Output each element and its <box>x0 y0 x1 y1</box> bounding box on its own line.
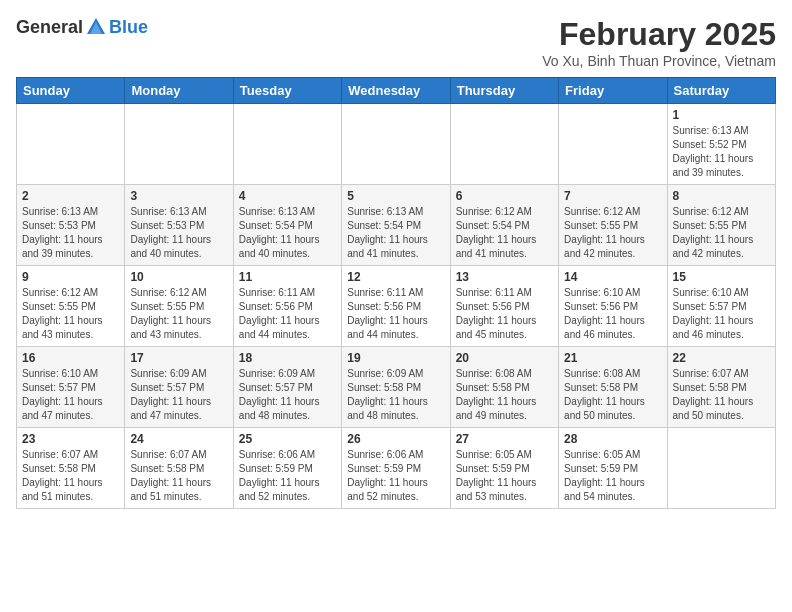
day-info: Sunrise: 6:12 AM Sunset: 5:55 PM Dayligh… <box>564 205 661 261</box>
day-info: Sunrise: 6:06 AM Sunset: 5:59 PM Dayligh… <box>239 448 336 504</box>
calendar-cell: 27Sunrise: 6:05 AM Sunset: 5:59 PM Dayli… <box>450 428 558 509</box>
column-header-saturday: Saturday <box>667 78 775 104</box>
day-info: Sunrise: 6:12 AM Sunset: 5:55 PM Dayligh… <box>130 286 227 342</box>
day-number: 26 <box>347 432 444 446</box>
day-info: Sunrise: 6:10 AM Sunset: 5:57 PM Dayligh… <box>22 367 119 423</box>
day-info: Sunrise: 6:13 AM Sunset: 5:53 PM Dayligh… <box>22 205 119 261</box>
day-info: Sunrise: 6:11 AM Sunset: 5:56 PM Dayligh… <box>456 286 553 342</box>
day-number: 20 <box>456 351 553 365</box>
calendar-week-row: 2Sunrise: 6:13 AM Sunset: 5:53 PM Daylig… <box>17 185 776 266</box>
day-number: 8 <box>673 189 770 203</box>
day-number: 5 <box>347 189 444 203</box>
calendar-cell: 3Sunrise: 6:13 AM Sunset: 5:53 PM Daylig… <box>125 185 233 266</box>
day-info: Sunrise: 6:13 AM Sunset: 5:52 PM Dayligh… <box>673 124 770 180</box>
calendar-cell: 21Sunrise: 6:08 AM Sunset: 5:58 PM Dayli… <box>559 347 667 428</box>
calendar-cell: 18Sunrise: 6:09 AM Sunset: 5:57 PM Dayli… <box>233 347 341 428</box>
day-number: 24 <box>130 432 227 446</box>
calendar-week-row: 9Sunrise: 6:12 AM Sunset: 5:55 PM Daylig… <box>17 266 776 347</box>
logo-icon <box>85 16 107 38</box>
day-number: 6 <box>456 189 553 203</box>
column-header-wednesday: Wednesday <box>342 78 450 104</box>
day-info: Sunrise: 6:11 AM Sunset: 5:56 PM Dayligh… <box>239 286 336 342</box>
calendar-cell: 25Sunrise: 6:06 AM Sunset: 5:59 PM Dayli… <box>233 428 341 509</box>
calendar-cell: 23Sunrise: 6:07 AM Sunset: 5:58 PM Dayli… <box>17 428 125 509</box>
calendar-cell: 12Sunrise: 6:11 AM Sunset: 5:56 PM Dayli… <box>342 266 450 347</box>
calendar-cell: 9Sunrise: 6:12 AM Sunset: 5:55 PM Daylig… <box>17 266 125 347</box>
day-info: Sunrise: 6:10 AM Sunset: 5:56 PM Dayligh… <box>564 286 661 342</box>
day-number: 28 <box>564 432 661 446</box>
day-info: Sunrise: 6:07 AM Sunset: 5:58 PM Dayligh… <box>130 448 227 504</box>
calendar-cell: 8Sunrise: 6:12 AM Sunset: 5:55 PM Daylig… <box>667 185 775 266</box>
calendar-cell <box>559 104 667 185</box>
day-number: 16 <box>22 351 119 365</box>
day-number: 9 <box>22 270 119 284</box>
calendar-week-row: 16Sunrise: 6:10 AM Sunset: 5:57 PM Dayli… <box>17 347 776 428</box>
calendar-week-row: 23Sunrise: 6:07 AM Sunset: 5:58 PM Dayli… <box>17 428 776 509</box>
calendar-cell: 28Sunrise: 6:05 AM Sunset: 5:59 PM Dayli… <box>559 428 667 509</box>
location-subtitle: Vo Xu, Binh Thuan Province, Vietnam <box>542 53 776 69</box>
column-header-tuesday: Tuesday <box>233 78 341 104</box>
day-number: 14 <box>564 270 661 284</box>
day-number: 23 <box>22 432 119 446</box>
day-number: 17 <box>130 351 227 365</box>
column-header-sunday: Sunday <box>17 78 125 104</box>
calendar-cell <box>233 104 341 185</box>
column-header-thursday: Thursday <box>450 78 558 104</box>
calendar-cell: 24Sunrise: 6:07 AM Sunset: 5:58 PM Dayli… <box>125 428 233 509</box>
day-number: 11 <box>239 270 336 284</box>
calendar-cell: 1Sunrise: 6:13 AM Sunset: 5:52 PM Daylig… <box>667 104 775 185</box>
day-info: Sunrise: 6:12 AM Sunset: 5:55 PM Dayligh… <box>673 205 770 261</box>
day-info: Sunrise: 6:13 AM Sunset: 5:54 PM Dayligh… <box>239 205 336 261</box>
calendar-cell <box>450 104 558 185</box>
calendar-cell: 14Sunrise: 6:10 AM Sunset: 5:56 PM Dayli… <box>559 266 667 347</box>
day-info: Sunrise: 6:08 AM Sunset: 5:58 PM Dayligh… <box>456 367 553 423</box>
calendar-cell: 4Sunrise: 6:13 AM Sunset: 5:54 PM Daylig… <box>233 185 341 266</box>
day-number: 18 <box>239 351 336 365</box>
column-header-friday: Friday <box>559 78 667 104</box>
day-info: Sunrise: 6:09 AM Sunset: 5:57 PM Dayligh… <box>239 367 336 423</box>
day-info: Sunrise: 6:09 AM Sunset: 5:57 PM Dayligh… <box>130 367 227 423</box>
calendar-cell: 17Sunrise: 6:09 AM Sunset: 5:57 PM Dayli… <box>125 347 233 428</box>
day-number: 4 <box>239 189 336 203</box>
day-info: Sunrise: 6:09 AM Sunset: 5:58 PM Dayligh… <box>347 367 444 423</box>
day-info: Sunrise: 6:07 AM Sunset: 5:58 PM Dayligh… <box>673 367 770 423</box>
day-info: Sunrise: 6:05 AM Sunset: 5:59 PM Dayligh… <box>564 448 661 504</box>
day-number: 10 <box>130 270 227 284</box>
day-number: 19 <box>347 351 444 365</box>
day-info: Sunrise: 6:10 AM Sunset: 5:57 PM Dayligh… <box>673 286 770 342</box>
logo: General Blue <box>16 16 148 38</box>
calendar-cell: 26Sunrise: 6:06 AM Sunset: 5:59 PM Dayli… <box>342 428 450 509</box>
day-info: Sunrise: 6:07 AM Sunset: 5:58 PM Dayligh… <box>22 448 119 504</box>
day-info: Sunrise: 6:05 AM Sunset: 5:59 PM Dayligh… <box>456 448 553 504</box>
day-number: 21 <box>564 351 661 365</box>
day-info: Sunrise: 6:13 AM Sunset: 5:54 PM Dayligh… <box>347 205 444 261</box>
calendar-cell: 20Sunrise: 6:08 AM Sunset: 5:58 PM Dayli… <box>450 347 558 428</box>
day-number: 7 <box>564 189 661 203</box>
day-info: Sunrise: 6:08 AM Sunset: 5:58 PM Dayligh… <box>564 367 661 423</box>
day-info: Sunrise: 6:11 AM Sunset: 5:56 PM Dayligh… <box>347 286 444 342</box>
calendar-cell: 7Sunrise: 6:12 AM Sunset: 5:55 PM Daylig… <box>559 185 667 266</box>
day-info: Sunrise: 6:12 AM Sunset: 5:55 PM Dayligh… <box>22 286 119 342</box>
calendar-cell: 11Sunrise: 6:11 AM Sunset: 5:56 PM Dayli… <box>233 266 341 347</box>
calendar-cell <box>17 104 125 185</box>
calendar-cell: 16Sunrise: 6:10 AM Sunset: 5:57 PM Dayli… <box>17 347 125 428</box>
day-number: 22 <box>673 351 770 365</box>
calendar-cell: 19Sunrise: 6:09 AM Sunset: 5:58 PM Dayli… <box>342 347 450 428</box>
day-info: Sunrise: 6:06 AM Sunset: 5:59 PM Dayligh… <box>347 448 444 504</box>
calendar-week-row: 1Sunrise: 6:13 AM Sunset: 5:52 PM Daylig… <box>17 104 776 185</box>
title-block: February 2025 Vo Xu, Binh Thuan Province… <box>542 16 776 69</box>
calendar-header-row: SundayMondayTuesdayWednesdayThursdayFrid… <box>17 78 776 104</box>
day-number: 1 <box>673 108 770 122</box>
calendar-cell <box>125 104 233 185</box>
month-year-title: February 2025 <box>542 16 776 53</box>
calendar-cell: 13Sunrise: 6:11 AM Sunset: 5:56 PM Dayli… <box>450 266 558 347</box>
day-number: 3 <box>130 189 227 203</box>
calendar-cell: 6Sunrise: 6:12 AM Sunset: 5:54 PM Daylig… <box>450 185 558 266</box>
logo-blue-text: Blue <box>109 17 148 38</box>
calendar-table: SundayMondayTuesdayWednesdayThursdayFrid… <box>16 77 776 509</box>
day-number: 15 <box>673 270 770 284</box>
column-header-monday: Monday <box>125 78 233 104</box>
page-header: General Blue February 2025 Vo Xu, Binh T… <box>16 16 776 69</box>
day-info: Sunrise: 6:13 AM Sunset: 5:53 PM Dayligh… <box>130 205 227 261</box>
day-number: 13 <box>456 270 553 284</box>
